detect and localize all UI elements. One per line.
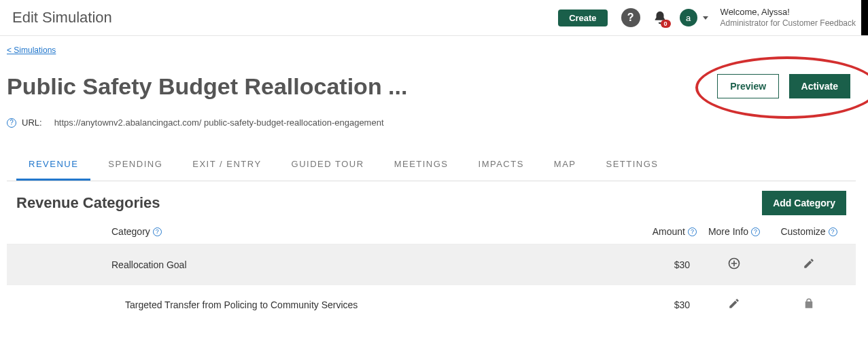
page-actions: Preview Activate xyxy=(712,67,856,105)
help-icon[interactable]: ? xyxy=(153,227,162,236)
url-label: URL: xyxy=(22,117,42,128)
page-title: Public Safety Budget Reallocation ... xyxy=(7,73,407,100)
section-title: Revenue Categories xyxy=(16,194,160,212)
help-icon[interactable]: ? xyxy=(621,8,640,27)
right-edge-bar xyxy=(861,0,868,35)
notification-badge: 0 xyxy=(661,20,671,28)
create-button[interactable]: Create xyxy=(558,10,607,26)
tab-settings[interactable]: SETTINGS xyxy=(594,151,671,181)
tab-map[interactable]: MAP xyxy=(542,151,589,181)
tab-guided-tour[interactable]: GUIDED TOUR xyxy=(279,151,377,181)
welcome-line2: Administrator for Customer Feedback xyxy=(721,18,856,29)
col-category: Category? xyxy=(111,226,622,237)
preview-button[interactable]: Preview xyxy=(717,74,779,98)
notifications-button[interactable]: 0 xyxy=(653,10,667,26)
col-customize: Customize? xyxy=(771,226,846,237)
user-menu[interactable]: a xyxy=(680,9,708,26)
row-name: Reallocation Goal xyxy=(111,259,622,270)
url-row: ? URL: https://anytownv2.abalancingact.c… xyxy=(7,117,856,128)
row-amount: $30 xyxy=(622,259,697,270)
tab-exit-entry[interactable]: EXIT / ENTRY xyxy=(180,151,273,181)
tabs: REVENUESPENDINGEXIT / ENTRYGUIDED TOURME… xyxy=(7,151,856,181)
top-bar: Edit Simulation Create ? 0 a Welcome, Al… xyxy=(0,0,868,36)
row-name: Targeted Transfer from Policing to Commu… xyxy=(111,299,622,310)
col-more-info: More Info? xyxy=(697,226,771,237)
help-icon[interactable]: ? xyxy=(751,227,760,236)
pencil-icon[interactable] xyxy=(771,257,846,270)
lock-icon[interactable] xyxy=(771,297,846,310)
welcome-line1: Welcome, Alyssa! xyxy=(721,7,856,18)
activate-button[interactable]: Activate xyxy=(789,74,850,98)
table-header: Category? Amount? More Info? Customize? xyxy=(7,222,856,244)
row-amount: $30 xyxy=(622,299,697,310)
pencil-icon[interactable] xyxy=(697,297,771,310)
avatar: a xyxy=(680,9,697,26)
item-row: Targeted Transfer from Policing to Commu… xyxy=(7,284,856,324)
tab-impacts[interactable]: IMPACTS xyxy=(466,151,536,181)
plus-circle-icon[interactable] xyxy=(697,257,771,270)
category-row: Reallocation Goal$30 xyxy=(7,244,856,284)
back-to-simulations-link[interactable]: < Simulations xyxy=(7,45,56,55)
help-icon[interactable]: ? xyxy=(688,227,697,236)
url-value: https://anytownv2.abalancingact.com/ pub… xyxy=(54,117,384,128)
col-amount: Amount? xyxy=(622,226,697,237)
tab-revenue[interactable]: REVENUE xyxy=(16,151,90,181)
tab-meetings[interactable]: MEETINGS xyxy=(382,151,461,181)
tab-spending[interactable]: SPENDING xyxy=(96,151,175,181)
help-icon[interactable]: ? xyxy=(7,118,16,128)
breadcrumb: < Simulations xyxy=(7,45,856,55)
page-context-title: Edit Simulation xyxy=(12,9,112,26)
help-icon[interactable]: ? xyxy=(829,227,837,236)
add-category-button[interactable]: Add Category xyxy=(762,191,846,215)
chevron-down-icon xyxy=(703,16,708,20)
welcome-block: Welcome, Alyssa! Administrator for Custo… xyxy=(721,7,856,29)
